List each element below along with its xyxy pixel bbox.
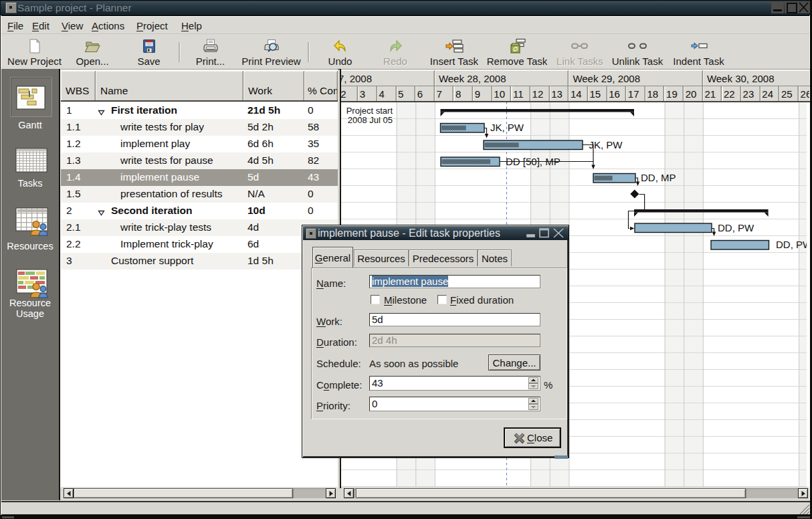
svg-text:DD, PW: DD, PW bbox=[776, 239, 807, 250]
svg-text:JK, PW: JK, PW bbox=[490, 122, 524, 133]
svg-text:Project start: Project start bbox=[346, 106, 393, 116]
svg-text:DD, MP: DD, MP bbox=[641, 172, 676, 183]
svg-text:DD, PW: DD, PW bbox=[718, 222, 754, 233]
svg-text:JK, PW: JK, PW bbox=[589, 139, 623, 150]
svg-text:2008 Jul 05: 2008 Jul 05 bbox=[348, 115, 393, 125]
